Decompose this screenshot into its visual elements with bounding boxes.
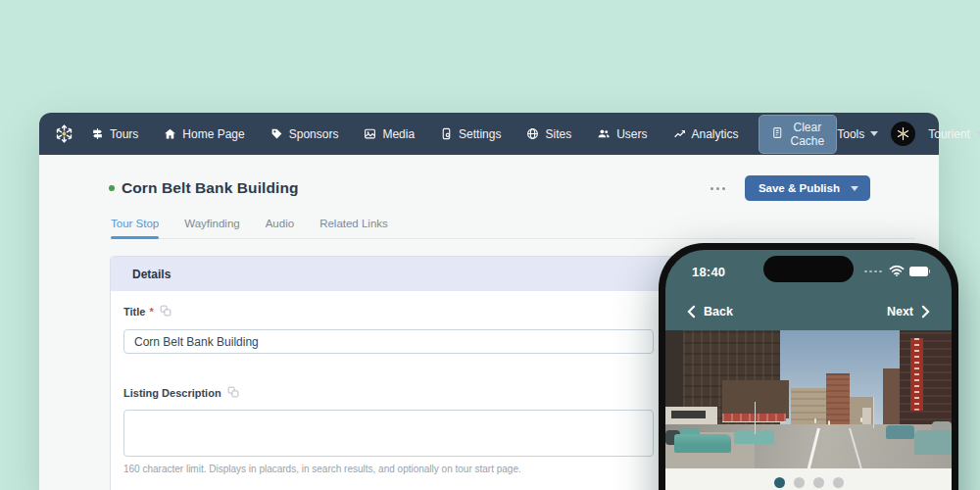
cellular-signal-icon	[864, 270, 882, 273]
nav-item-settings[interactable]: Settings	[440, 127, 501, 141]
signpost-icon	[91, 127, 104, 140]
home-icon	[164, 127, 176, 140]
tab-bar: Tour Stop Wayfinding Audio Related Links	[111, 218, 915, 239]
tools-label: Tools	[837, 127, 864, 141]
tour-stop-photo	[665, 330, 952, 468]
tab-related-links[interactable]: Related Links	[319, 218, 388, 238]
required-marker: *	[149, 306, 153, 318]
cache-icon	[771, 126, 784, 142]
device-gear-icon	[440, 127, 453, 140]
clear-cache-label: Clear Cache	[791, 121, 825, 148]
translate-icon	[160, 303, 172, 320]
page-header: Corn Belt Bank Building Save & Publish	[109, 175, 870, 201]
clear-cache-button[interactable]: Clear Cache	[759, 115, 838, 154]
nav-item-label: Home Page	[182, 127, 244, 141]
nav-item-label: Users	[616, 127, 647, 141]
top-navbar: Tours Home Page Sponsors Media Settings …	[39, 113, 939, 155]
nav-item-label: Analytics	[692, 127, 739, 141]
nav-item-label: Sites	[545, 127, 571, 141]
title-input[interactable]	[123, 329, 654, 354]
chevron-down-icon	[976, 131, 980, 136]
back-button[interactable]: Back	[686, 305, 733, 318]
translate-icon	[227, 384, 239, 402]
nav-item-label: Sponsors	[289, 127, 339, 141]
chevron-down-icon	[851, 186, 858, 191]
next-label: Next	[887, 305, 913, 318]
details-header-label: Details	[132, 268, 171, 281]
back-label: Back	[704, 305, 733, 318]
phone-screen: 18:40 Back Next	[665, 250, 952, 490]
tools-dropdown[interactable]: Tools	[837, 127, 878, 141]
users-icon	[597, 127, 611, 140]
tab-tour-stop[interactable]: Tour Stop	[111, 218, 159, 238]
nav-item-label: Settings	[459, 127, 501, 141]
status-icons	[864, 263, 930, 280]
image-icon	[364, 127, 376, 140]
nav-item-home-page[interactable]: Home Page	[164, 127, 244, 141]
carousel-dot-4[interactable]	[833, 477, 844, 488]
nav-item-users[interactable]: Users	[597, 127, 647, 141]
nav-menu: Tours Home Page Sponsors Media Settings …	[91, 127, 739, 141]
nav-item-analytics[interactable]: Analytics	[673, 127, 739, 141]
nav-item-sponsors[interactable]: Sponsors	[270, 127, 339, 141]
brand-label: Tourient	[928, 127, 970, 141]
carousel-dot-3[interactable]	[813, 477, 824, 488]
more-actions-button[interactable]	[705, 181, 731, 196]
published-status-dot	[109, 185, 115, 191]
app-logo-icon[interactable]	[53, 122, 75, 145]
vintage-truck	[674, 434, 731, 454]
nav-item-media[interactable]: Media	[364, 127, 415, 141]
phone-status-bar: 18:40	[665, 250, 952, 293]
phone-nav-row: Back Next	[665, 293, 952, 330]
phone-preview-frame: 18:40 Back Next	[659, 243, 958, 490]
page-title: Corn Belt Bank Building	[122, 179, 299, 197]
account-dropdown[interactable]: Tourient	[928, 127, 980, 141]
tab-wayfinding[interactable]: Wayfinding	[184, 218, 239, 238]
tab-audio[interactable]: Audio	[266, 218, 294, 238]
clock-text: 18:40	[692, 265, 725, 279]
next-button[interactable]: Next	[887, 305, 931, 318]
dynamic-island	[763, 256, 854, 282]
chevron-down-icon	[870, 131, 878, 136]
listing-description-textarea[interactable]	[123, 410, 654, 457]
nav-item-sites[interactable]: Sites	[526, 127, 571, 141]
save-publish-label: Save & Publish	[759, 182, 840, 194]
nav-item-label: Tours	[110, 127, 138, 141]
battery-icon	[909, 267, 931, 276]
chevron-left-icon	[686, 305, 697, 318]
carousel-dot-2[interactable]	[794, 477, 805, 488]
carousel-pagination	[665, 468, 952, 490]
brand-logo-icon	[891, 122, 915, 146]
chart-line-icon	[673, 127, 686, 140]
bank-sign	[910, 338, 923, 410]
tag-icon	[270, 127, 283, 140]
description-field-label: Listing Description	[123, 387, 221, 399]
chevron-right-icon	[920, 305, 931, 318]
nav-item-label: Media	[382, 127, 415, 141]
wifi-icon	[889, 263, 905, 280]
title-field-label: Title	[123, 306, 145, 318]
carousel-dot-1[interactable]	[774, 477, 785, 488]
nav-right: Tools Tourient	[837, 122, 980, 146]
nav-item-tours[interactable]: Tours	[91, 127, 138, 141]
globe-icon	[526, 127, 539, 140]
save-publish-button[interactable]: Save & Publish	[745, 175, 870, 201]
